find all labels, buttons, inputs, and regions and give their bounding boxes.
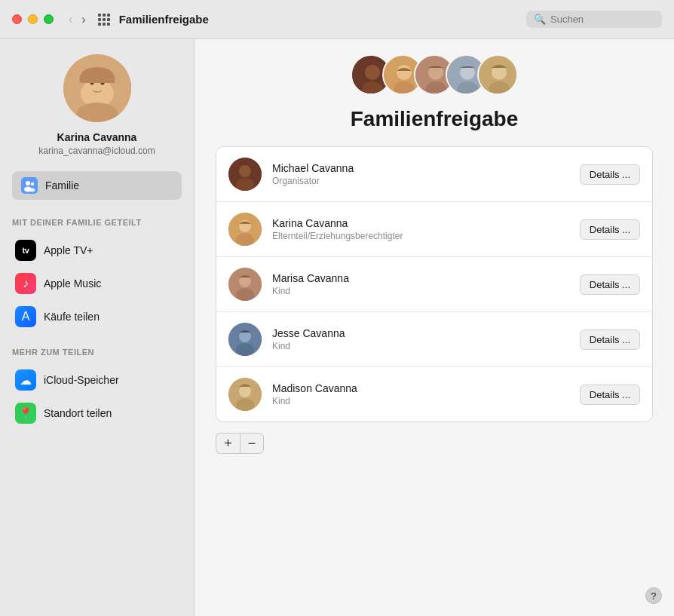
minimize-button[interactable] (28, 14, 38, 24)
back-button[interactable]: ‹ (66, 12, 75, 27)
member-name-1: Michael Cavanna (272, 162, 569, 174)
member-role-1: Organisator (272, 176, 569, 186)
nav-arrows: ‹ › (66, 12, 89, 27)
search-bar[interactable]: 🔍 (526, 11, 662, 28)
member-row: Michael Cavanna Organisator Details ... (216, 147, 652, 202)
member-role-5: Kind (272, 396, 569, 406)
sidebar-item-findmy-label: Standort teilen (44, 407, 112, 419)
sidebar-item-appletv-label: Apple TV+ (44, 244, 93, 256)
sidebar-item-icloud[interactable]: ☁ iCloud-Speicher (12, 364, 182, 396)
sidebar-item-findmy[interactable]: 📍 Standort teilen (12, 397, 182, 429)
member-name-3: Marisa Cavanna (272, 272, 569, 284)
member-avatar-3 (228, 268, 262, 301)
svg-point-15 (397, 65, 412, 80)
page-title: Familienfreigabe (351, 107, 519, 131)
family-avatars (351, 54, 518, 95)
svg-point-7 (26, 181, 30, 185)
member-info-2: Karina Cavanna Elternteil/Erziehungsbere… (272, 217, 569, 241)
sidebar-item-appstore[interactable]: A Käufe teilen (12, 301, 182, 333)
shared-items-list: tv Apple TV+ ♪ Apple Music A Käufe teile… (12, 234, 182, 333)
svg-point-8 (31, 182, 35, 186)
member-info-3: Marisa Cavanna Kind (272, 272, 569, 296)
add-member-button[interactable]: + (216, 433, 240, 454)
details-btn-4[interactable]: Details ... (580, 329, 640, 350)
applemusic-icon: ♪ (15, 273, 36, 294)
members-list: Michael Cavanna Organisator Details ... (216, 146, 653, 422)
user-name: Karina Cavanna (57, 131, 137, 143)
svg-point-12 (365, 65, 380, 80)
family-avatar-5 (477, 54, 518, 95)
user-avatar (63, 54, 131, 122)
titlebar: ‹ › Familienfreigabe 🔍 (0, 0, 674, 39)
details-btn-1[interactable]: Details ... (580, 164, 640, 185)
close-button[interactable] (12, 14, 22, 24)
sidebar-item-icloud-label: iCloud-Speicher (44, 374, 119, 386)
member-avatar-4 (228, 323, 262, 356)
section-more-title: MEHR ZUM TEILEN (12, 348, 94, 357)
search-icon: 🔍 (534, 14, 546, 25)
sidebar-item-appstore-label: Käufe teilen (44, 311, 100, 323)
member-row: Jesse Cavanna Kind Details ... (216, 312, 652, 367)
svg-point-27 (239, 165, 251, 177)
family-btn-label: Familie (45, 179, 79, 192)
section-shared-title: MIT DEINER FAMILIE GETEILT (12, 218, 142, 227)
family-button[interactable]: Familie (12, 171, 182, 200)
sidebar-item-appletv[interactable]: tv Apple TV+ (12, 234, 182, 266)
maximize-button[interactable] (44, 14, 54, 24)
member-role-4: Kind (272, 341, 569, 351)
member-avatar-1 (228, 158, 262, 191)
details-btn-3[interactable]: Details ... (580, 274, 640, 295)
member-avatar-2 (228, 213, 262, 246)
details-btn-5[interactable]: Details ... (580, 385, 640, 405)
sidebar-item-applemusic[interactable]: ♪ Apple Music (12, 268, 182, 299)
member-info-5: Madison Cavanna Kind (272, 382, 569, 406)
member-name-4: Jesse Cavanna (272, 327, 569, 339)
family-icon (21, 177, 38, 194)
appletv-icon: tv (15, 240, 36, 261)
member-row: Karina Cavanna Elternteil/Erziehungsbere… (216, 202, 652, 257)
grid-icon[interactable] (98, 14, 110, 26)
appstore-icon: A (15, 306, 36, 327)
user-email: karina_cavanna@icloud.com (38, 146, 155, 156)
window-title: Familienfreigabe (119, 13, 526, 26)
member-row: Marisa Cavanna Kind Details ... (216, 257, 652, 312)
member-row: Madison Cavanna Kind Details ... (216, 367, 652, 421)
member-role-3: Kind (272, 286, 569, 296)
remove-member-button[interactable]: − (240, 433, 264, 454)
member-info-4: Jesse Cavanna Kind (272, 327, 569, 351)
sidebar-item-applemusic-label: Apple Music (44, 277, 101, 290)
details-btn-2[interactable]: Details ... (580, 219, 640, 240)
more-items-list: ☁ iCloud-Speicher 📍 Standort teilen (12, 364, 182, 429)
main-content: Karina Cavanna karina_cavanna@icloud.com… (0, 39, 674, 616)
member-name-5: Madison Cavanna (272, 382, 569, 394)
svg-point-10 (30, 188, 35, 192)
forward-button[interactable]: › (78, 12, 88, 27)
content-area: Familienfreigabe Michael Cavanna Organis… (195, 39, 674, 616)
member-role-2: Elternteil/Erziehungsberechtigter (272, 231, 569, 241)
traffic-lights (12, 14, 54, 24)
member-avatar-5 (228, 378, 262, 411)
list-controls: + − (216, 433, 264, 454)
member-name-2: Karina Cavanna (272, 217, 569, 229)
help-button[interactable]: ? (645, 587, 662, 604)
search-input[interactable] (550, 14, 656, 25)
icloud-icon: ☁ (15, 369, 36, 391)
findmy-icon: 📍 (15, 403, 36, 424)
sidebar: Karina Cavanna karina_cavanna@icloud.com… (0, 39, 195, 616)
svg-point-39 (239, 385, 251, 397)
member-info-1: Michael Cavanna Organisator (272, 162, 569, 186)
